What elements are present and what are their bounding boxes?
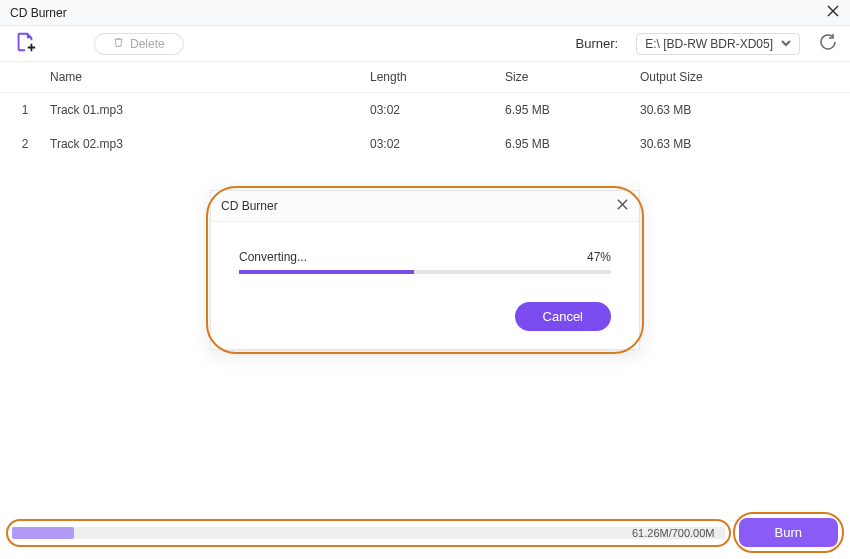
add-file-icon[interactable] [14,31,36,57]
close-icon[interactable] [826,4,840,22]
dialog-status: Converting... [239,250,307,264]
burn-button[interactable]: Burn [739,518,838,547]
col-header-size: Size [505,70,640,84]
row-index: 2 [0,137,50,151]
burner-select-value: E:\ [BD-RW BDR-XD05] [645,37,773,51]
row-index: 1 [0,103,50,117]
col-header-output: Output Size [640,70,850,84]
row-output: 30.63 MB [640,103,850,117]
row-name: Track 02.mp3 [50,137,370,151]
col-header-name: Name [50,70,370,84]
refresh-icon[interactable] [820,34,836,54]
col-header-length: Length [370,70,505,84]
row-length: 03:02 [370,103,505,117]
row-output: 30.63 MB [640,137,850,151]
chevron-down-icon [781,37,791,51]
capacity-fill [12,527,74,539]
dialog-header: CD Burner [211,191,639,222]
toolbar: Delete Burner: E:\ [BD-RW BDR-XD05] [0,26,850,62]
row-name: Track 01.mp3 [50,103,370,117]
progress-dialog-wrap: CD Burner Converting... 47% Cancel [210,190,640,350]
cancel-button[interactable]: Cancel [515,302,611,331]
track-table: Name Length Size Output Size 1Track 01.m… [0,62,850,161]
capacity-bar: 61.26M/700.00M [12,527,725,539]
table-header: Name Length Size Output Size [0,62,850,93]
dialog-title: CD Burner [221,199,278,213]
row-size: 6.95 MB [505,103,640,117]
trash-icon [113,37,124,51]
delete-button[interactable]: Delete [94,33,184,55]
close-icon[interactable] [616,197,629,215]
dialog-percent: 47% [587,250,611,264]
progress-fill [239,270,414,274]
progress-bar [239,270,611,274]
progress-dialog: CD Burner Converting... 47% Cancel [210,190,640,350]
row-size: 6.95 MB [505,137,640,151]
capacity-wrap: 61.26M/700.00M [12,527,725,539]
window-title: CD Burner [10,6,67,20]
burner-select[interactable]: E:\ [BD-RW BDR-XD05] [636,33,800,55]
table-row[interactable]: 1Track 01.mp303:026.95 MB30.63 MB [0,93,850,127]
delete-label: Delete [130,37,165,51]
row-length: 03:02 [370,137,505,151]
capacity-text: 61.26M/700.00M [632,527,715,539]
burner-label: Burner: [576,36,619,51]
titlebar: CD Burner [0,0,850,26]
table-row[interactable]: 2Track 02.mp303:026.95 MB30.63 MB [0,127,850,161]
bottom-bar: 61.26M/700.00M Burn [12,518,838,547]
